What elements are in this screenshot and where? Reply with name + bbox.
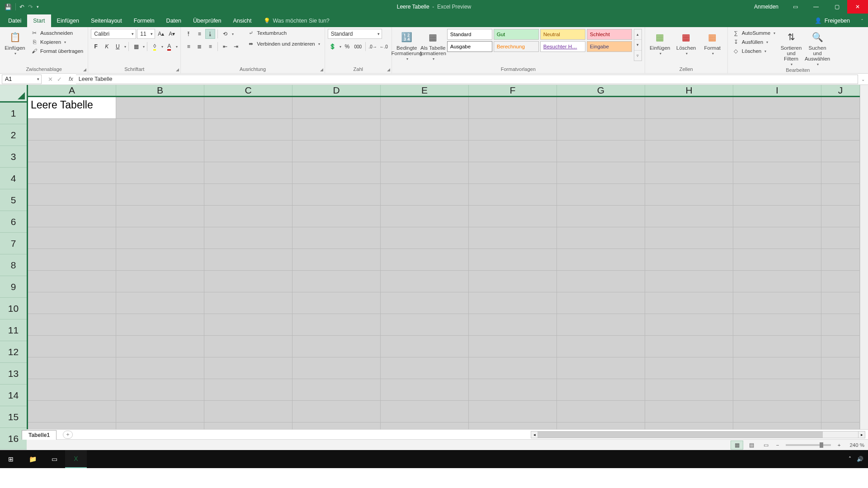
cell[interactable] (381, 97, 469, 119)
cell[interactable] (469, 271, 557, 292)
cell[interactable] (469, 184, 557, 206)
hscroll-right-icon[interactable]: ▸ (858, 431, 865, 438)
cell[interactable] (733, 206, 821, 227)
cell[interactable] (557, 206, 645, 227)
font-size-select[interactable]: 11 (137, 29, 155, 39)
cell[interactable] (469, 119, 557, 141)
formula-input[interactable]: Leere Tabelle (76, 75, 858, 84)
italic-button[interactable]: K (102, 42, 112, 52)
gallery-down-icon[interactable]: ▾ (634, 40, 642, 50)
cell[interactable] (469, 141, 557, 162)
cell[interactable] (469, 97, 557, 119)
align-right-button[interactable]: ≡ (205, 42, 215, 52)
cell[interactable] (292, 401, 381, 422)
paste-button[interactable]: 📋 Einfügen▾ (3, 29, 27, 56)
gallery-more-icon[interactable]: ▿ (634, 51, 642, 61)
row-header[interactable]: 11 (0, 319, 27, 341)
cell[interactable] (204, 162, 292, 184)
cell[interactable] (821, 401, 860, 422)
cell[interactable] (733, 401, 821, 422)
style-eingabe[interactable]: Eingabe (587, 41, 632, 52)
column-header[interactable]: F (469, 85, 557, 96)
row-header[interactable]: 14 (0, 385, 27, 406)
insert-function-button[interactable]: fx (66, 76, 76, 82)
font-grow-button[interactable]: A▴ (156, 29, 166, 39)
cell[interactable] (645, 206, 733, 227)
percent-button[interactable]: % (342, 42, 352, 52)
cell[interactable] (381, 357, 469, 379)
cell[interactable] (292, 206, 381, 227)
cell[interactable] (645, 271, 733, 292)
cell[interactable] (116, 314, 204, 336)
style-neutral[interactable]: Neutral (540, 29, 585, 40)
zoom-slider[interactable] (786, 444, 831, 446)
style-standard[interactable]: Standard (447, 29, 492, 40)
cell[interactable] (733, 249, 821, 271)
wrap-text-button[interactable]: ⤶Textumbruch (245, 29, 322, 37)
cell[interactable] (292, 227, 381, 249)
cell[interactable] (821, 336, 860, 357)
cell[interactable] (557, 249, 645, 271)
cell[interactable] (204, 227, 292, 249)
column-header[interactable]: I (733, 85, 821, 96)
merge-center-button[interactable]: ⬌Verbinden und zentrieren▾ (245, 40, 322, 48)
find-select-button[interactable]: 🔍Suchen und Auswählen▾ (805, 29, 830, 66)
cell[interactable] (204, 97, 292, 119)
tab-review[interactable]: Überprüfen (187, 14, 227, 27)
cell[interactable] (821, 162, 860, 184)
cell[interactable] (821, 292, 860, 314)
cell[interactable] (821, 227, 860, 249)
cell[interactable] (469, 292, 557, 314)
cell[interactable] (381, 119, 469, 141)
cell[interactable] (28, 422, 116, 429)
cell[interactable] (645, 379, 733, 401)
align-middle-button[interactable]: ≡ (194, 29, 204, 39)
cell[interactable] (821, 379, 860, 401)
cell[interactable] (733, 314, 821, 336)
cell[interactable] (204, 206, 292, 227)
zoom-thumb[interactable] (820, 442, 823, 448)
row-header[interactable]: 10 (0, 298, 27, 319)
column-header[interactable]: D (292, 85, 381, 96)
cell[interactable] (733, 119, 821, 141)
cell[interactable] (645, 249, 733, 271)
cell[interactable] (204, 379, 292, 401)
cell[interactable] (116, 206, 204, 227)
format-as-table-button[interactable]: ▦ Als Tabelle formatieren▾ (421, 29, 445, 61)
cell[interactable] (204, 119, 292, 141)
cell[interactable] (116, 379, 204, 401)
tab-file[interactable]: Datei (0, 14, 27, 27)
cell[interactable] (204, 401, 292, 422)
maximize-button[interactable]: ▢ (826, 0, 847, 14)
cell[interactable] (557, 422, 645, 429)
cell[interactable] (557, 336, 645, 357)
cell[interactable] (204, 184, 292, 206)
cell[interactable] (204, 249, 292, 271)
cell[interactable] (557, 271, 645, 292)
style-berechnung[interactable]: Berechnung (494, 41, 539, 52)
fill-button[interactable]: ↧Ausfüllen▾ (731, 38, 777, 46)
style-ausgabe[interactable]: Ausgabe (447, 41, 492, 52)
cell[interactable] (469, 206, 557, 227)
cell[interactable] (381, 162, 469, 184)
cell[interactable] (116, 227, 204, 249)
cell[interactable] (28, 401, 116, 422)
row-header[interactable]: 15 (0, 406, 27, 428)
cell[interactable] (292, 119, 381, 141)
column-header[interactable]: C (204, 85, 292, 96)
collapse-ribbon-icon[interactable]: ˆ (856, 15, 868, 27)
cell[interactable] (28, 249, 116, 271)
cell[interactable] (292, 141, 381, 162)
cell[interactable] (292, 336, 381, 357)
ribbon-display-options-icon[interactable]: ▭ (785, 0, 806, 14)
cell[interactable] (469, 422, 557, 429)
hscroll-left-icon[interactable]: ◂ (531, 431, 538, 438)
clear-button[interactable]: ◇Löschen▾ (731, 47, 777, 55)
tab-formulas[interactable]: Formeln (128, 14, 160, 27)
cell[interactable] (28, 292, 116, 314)
cell[interactable] (292, 314, 381, 336)
cell[interactable] (28, 336, 116, 357)
alignment-dialog-icon[interactable]: ◢ (320, 67, 323, 72)
style-gut[interactable]: Gut (494, 29, 539, 40)
tab-data[interactable]: Daten (160, 14, 187, 27)
